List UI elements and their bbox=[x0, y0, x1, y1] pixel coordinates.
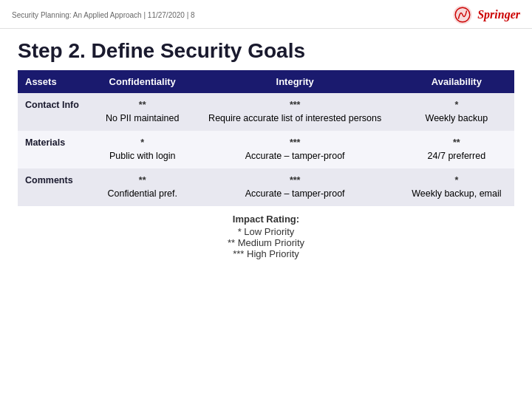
confidentiality-cell: *Public with login bbox=[94, 131, 191, 168]
footer: Impact Rating: * Low Priority ** Medium … bbox=[0, 206, 532, 261]
table-header-row: Assets Confidentiality Integrity Availab… bbox=[18, 70, 514, 93]
integrity-cell: ***Require accurate list of interested p… bbox=[191, 93, 399, 131]
confidentiality-cell: **No PII maintained bbox=[94, 93, 191, 131]
main-content: Assets Confidentiality Integrity Availab… bbox=[0, 70, 532, 206]
impact-medium: ** Medium Priority bbox=[0, 237, 532, 248]
asset-cell: Comments bbox=[18, 168, 94, 206]
springer-logo: Springer bbox=[452, 4, 520, 25]
springer-logo-icon bbox=[452, 4, 473, 25]
asset-cell: Contact Info bbox=[18, 93, 94, 131]
col-confidentiality: Confidentiality bbox=[94, 70, 191, 93]
col-integrity: Integrity bbox=[191, 70, 399, 93]
confidentiality-cell: **Confidential pref. bbox=[94, 168, 191, 206]
page-title: Step 2. Define Security Goals bbox=[0, 29, 532, 70]
integrity-cell: ***Accurate – tamper-proof bbox=[191, 131, 399, 168]
table-row: Materials *Public with login ***Accurate… bbox=[18, 131, 514, 168]
impact-rating-label: Impact Rating: bbox=[0, 214, 532, 225]
breadcrumb: Security Planning: An Applied Approach |… bbox=[12, 11, 195, 19]
springer-logo-text: Springer bbox=[477, 8, 520, 21]
col-assets: Assets bbox=[18, 70, 94, 93]
availability-cell: **24/7 preferred bbox=[399, 131, 514, 168]
table-row: Comments **Confidential pref. ***Accurat… bbox=[18, 168, 514, 206]
top-bar: Security Planning: An Applied Approach |… bbox=[0, 0, 532, 29]
impact-high: *** High Priority bbox=[0, 248, 532, 259]
availability-cell: *Weekly backup, email bbox=[399, 168, 514, 206]
integrity-cell: ***Accurate – tamper-proof bbox=[191, 168, 399, 206]
asset-cell: Materials bbox=[18, 131, 94, 168]
col-availability: Availability bbox=[399, 70, 514, 93]
availability-cell: *Weekly backup bbox=[399, 93, 514, 131]
security-goals-table: Assets Confidentiality Integrity Availab… bbox=[18, 70, 514, 206]
table-row: Contact Info **No PII maintained ***Requ… bbox=[18, 93, 514, 131]
impact-low: * Low Priority bbox=[0, 226, 532, 237]
